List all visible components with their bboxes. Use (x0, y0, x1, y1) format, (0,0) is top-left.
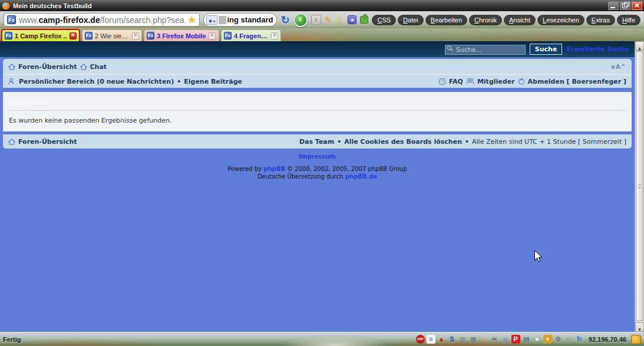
phpbb-de-link[interactable]: phpBB.de (345, 173, 377, 180)
tab-close-icon[interactable] (70, 32, 77, 39)
breadcrumb-forum-overview[interactable]: Foren-Übersicht (18, 63, 77, 71)
scrollbar-thumb[interactable] (636, 51, 643, 321)
back-button[interactable] (293, 13, 308, 27)
logout-link[interactable]: Abmelden [ Boersenfeger ] (528, 78, 626, 85)
breadcrumb-chat[interactable]: Chat (90, 63, 107, 71)
minimize-button[interactable] (608, 2, 619, 10)
sync-icon[interactable]: ↻ (575, 335, 584, 344)
tab-bar: 1 Camp Firefox .. 2 Wie sieht euer Fi...… (0, 28, 644, 41)
separator-dot: • (177, 78, 181, 85)
tab-label: 1 Camp Firefox .. (15, 32, 67, 39)
powered-prefix: Powered by (227, 166, 263, 172)
printer-icon[interactable]: ▭ (564, 335, 573, 344)
search-selection-highlight (219, 16, 226, 24)
delete-cookies-link[interactable]: Alle Cookies des Boards löschen (344, 138, 462, 146)
edit-pencil-icon[interactable] (325, 15, 332, 25)
bird-icon[interactable]: ● (533, 335, 541, 344)
forum-search-button[interactable]: Suche (530, 44, 563, 55)
menu-extras[interactable]: Extras (586, 15, 615, 25)
search-icon (447, 46, 451, 50)
forward-button[interactable] (311, 15, 321, 25)
close-button[interactable] (632, 2, 642, 10)
tab-favicon (5, 32, 12, 39)
tab-wie-sieht-euer[interactable]: 2 Wie sieht euer Fi... (82, 29, 142, 41)
tab-label: 3 Firefox Mobile (157, 32, 206, 39)
window-title: Mein deutsches Testbuild (13, 2, 92, 9)
document-icon[interactable]: ≡ (427, 335, 435, 344)
scissors-icon[interactable]: ✂ (490, 335, 499, 344)
scroll-down-button[interactable] (635, 322, 644, 332)
smiley-icon[interactable]: ☺ (480, 335, 488, 344)
firefox-logo-icon (2, 2, 10, 10)
tab-label: 2 Wie sieht euer Fi... (95, 32, 130, 39)
bookmarks-icon[interactable] (348, 15, 356, 24)
font-size-control[interactable]: vA^ (611, 64, 626, 70)
tab-close-icon[interactable] (132, 32, 139, 39)
menu-lesezeichen[interactable]: Lesezeichen (537, 15, 584, 25)
menu-css[interactable]: CSS (372, 15, 396, 25)
adblock-icon[interactable]: ABP (416, 335, 425, 344)
gear-icon[interactable]: ⚙ (554, 335, 563, 344)
skype-icon[interactable]: S (448, 335, 457, 344)
user-links-bar: Persönlicher Bereich (0 neue Nachrichten… (3, 75, 632, 88)
advanced-search-link[interactable]: Erweiterte Suche (566, 45, 629, 53)
app-orange-icon[interactable] (631, 335, 641, 344)
personal-area-link[interactable]: Persönlicher Bereich (0 neue Nachrichten… (19, 78, 174, 85)
menu-ansicht[interactable]: Ansicht (504, 15, 536, 25)
own-posts-link[interactable]: Eigene Beiträge (184, 78, 242, 85)
forum-wrap: Foren-Übersicht Chat vA^ Persönlicher Be… (3, 59, 632, 180)
addon-puzzle-icon[interactable] (360, 16, 368, 24)
translation-prefix: Deutsche Übersetzung durch (257, 173, 345, 180)
grid-icon[interactable]: ▦ (469, 335, 478, 344)
home-up-icon[interactable]: ⌂ (501, 335, 510, 344)
folder-star-icon[interactable]: ★ (543, 335, 552, 344)
faq-link[interactable]: FAQ (449, 78, 463, 85)
menu-bearbeiten[interactable]: Bearbeiten (425, 15, 467, 25)
bookmark-star-icon[interactable] (187, 14, 196, 25)
tab-fragen-zu-ja[interactable]: 4 Fragen zu Ja... (221, 29, 281, 41)
forum-search-input[interactable] (445, 45, 526, 55)
team-link[interactable]: Das Team (299, 138, 334, 146)
scroll-up-button[interactable] (635, 41, 644, 51)
vertical-scrollbar[interactable] (635, 41, 644, 332)
tab-close-icon[interactable] (209, 32, 216, 39)
menu-hilfe[interactable]: Hilfe (617, 15, 640, 25)
status-text: Fertig (3, 336, 21, 343)
tab-favicon (85, 32, 93, 39)
tab-camp-firefox[interactable]: 1 Camp Firefox .. (1, 29, 80, 41)
status-bar: Fertig ABP ≡ ▲ S ▥ ▦ ☺ ✂ ⌂ P ▤ ● ★ ⚙ ▭ ↻… (0, 332, 644, 346)
web-search-box[interactable]: ing standard (203, 13, 278, 27)
tab-close-icon[interactable] (271, 32, 278, 39)
mouse-cursor (534, 250, 543, 263)
footer-forum-overview-link[interactable]: Foren-Übersicht (18, 138, 77, 146)
menu-datei[interactable]: Datei (398, 15, 424, 25)
search-engine-button[interactable] (206, 15, 217, 25)
separator-dot: • (337, 138, 341, 146)
home-icon (8, 64, 15, 70)
url-domain: camp-firefox.de (38, 15, 100, 25)
impressum-link[interactable]: Impressum (299, 153, 335, 160)
members-link[interactable]: Mitglieder (477, 78, 515, 85)
smiley-extension-icon[interactable] (335, 15, 344, 25)
restore-button[interactable] (620, 2, 630, 10)
notebook-icon[interactable]: ▤ (522, 335, 531, 344)
parking-icon[interactable]: P (511, 335, 520, 344)
menu-chronik[interactable]: Chronik (469, 15, 502, 25)
svg-text:?: ? (441, 79, 444, 84)
breadcrumb-bar: Foren-Übersicht Chat vA^ (3, 59, 632, 75)
reload-button[interactable] (280, 14, 289, 27)
home-icon (8, 139, 15, 145)
powered-suffix: © 2000, 2002, 2005, 2007 phpBB Group (285, 166, 407, 172)
url-bar[interactable]: www.camp-firefox.de/forum/search.php?sea (4, 13, 200, 27)
statusbar-tray: ABP ≡ ▲ S ▥ ▦ ☺ ✂ ⌂ P ▤ ● ★ ⚙ ▭ ↻ 92.196… (416, 335, 641, 344)
tab-favicon (224, 32, 232, 39)
phpbb-link[interactable]: phpBB (263, 166, 285, 172)
plug-icon[interactable]: ▥ (458, 335, 467, 344)
tab-firefox-mobile[interactable]: 3 Firefox Mobile (144, 29, 219, 41)
home-icon (80, 64, 87, 70)
search-query-text: ing standard (227, 15, 273, 24)
chevron-down-icon (213, 15, 215, 25)
pyramid-icon[interactable]: ▲ (437, 335, 446, 344)
no-results-message: Es wurden keine passenden Ergebnisse gef… (9, 117, 626, 124)
footer-bar: Foren-Übersicht Das Team • Alle Cookies … (3, 134, 632, 149)
